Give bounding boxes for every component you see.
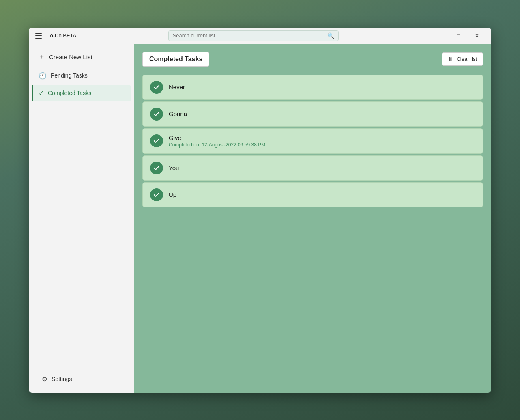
search-area: 🔍 <box>76 30 430 41</box>
sidebar: ＋ Create New List 🕐 Pending Tasks ✓ Comp… <box>29 44 134 393</box>
task-item: Gonna <box>142 101 483 127</box>
close-button[interactable]: ✕ <box>468 28 486 44</box>
search-input[interactable] <box>173 32 324 39</box>
task-name: Up <box>169 191 176 198</box>
settings-icon: ⚙ <box>42 375 47 383</box>
task-name: Give <box>169 134 265 141</box>
task-name: Never <box>169 84 185 90</box>
clock-icon: 🕐 <box>39 72 47 80</box>
task-list: NeverGonnaGiveCompleted on: 12-August-20… <box>142 75 483 207</box>
main-header: Completed Tasks 🗑 Clear list <box>142 52 483 67</box>
task-check-button[interactable] <box>150 134 163 147</box>
sidebar-item-completed[interactable]: ✓ Completed Tasks <box>32 85 131 101</box>
create-new-list-button[interactable]: ＋ Create New List <box>32 48 131 66</box>
page-title: Completed Tasks <box>142 52 209 67</box>
app-title: To-Do BETA <box>47 32 76 39</box>
completed-tasks-label: Completed Tasks <box>48 90 91 96</box>
plus-icon: ＋ <box>39 53 45 61</box>
trash-icon: 🗑 <box>448 56 453 62</box>
settings-label: Settings <box>52 376 72 382</box>
hamburger-menu-icon[interactable] <box>34 31 43 40</box>
sidebar-bottom: ⚙ Settings <box>29 366 134 393</box>
task-completed-on: Completed on: 12-August-2022 09:59:38 PM <box>169 142 265 148</box>
check-icon: ✓ <box>39 89 44 97</box>
clear-list-button[interactable]: 🗑 Clear list <box>442 52 483 66</box>
task-check-button[interactable] <box>150 108 163 121</box>
task-item: Never <box>142 75 483 100</box>
clear-list-label: Clear list <box>456 56 477 62</box>
sidebar-item-pending[interactable]: 🕐 Pending Tasks <box>32 68 131 84</box>
sidebar-spacer <box>29 102 134 366</box>
active-bar <box>32 85 33 101</box>
title-bar-left: To-Do BETA <box>34 31 76 40</box>
search-box[interactable]: 🔍 <box>168 30 339 41</box>
task-check-button[interactable] <box>150 162 163 174</box>
minimize-button[interactable]: ─ <box>430 28 449 44</box>
task-check-button[interactable] <box>150 81 163 94</box>
task-item: Up <box>142 182 483 207</box>
main-panel: Completed Tasks 🗑 Clear list NeverGonnaG… <box>134 44 491 393</box>
task-item: You <box>142 155 483 181</box>
task-check-button[interactable] <box>150 188 163 201</box>
create-new-label: Create New List <box>49 54 92 60</box>
app-body: ＋ Create New List 🕐 Pending Tasks ✓ Comp… <box>29 44 491 393</box>
pending-tasks-label: Pending Tasks <box>51 72 88 79</box>
task-item: GiveCompleted on: 12-August-2022 09:59:3… <box>142 128 483 154</box>
task-name: You <box>169 164 179 171</box>
title-bar: To-Do BETA 🔍 ─ □ ✕ <box>29 28 491 44</box>
window-controls: ─ □ ✕ <box>430 28 486 44</box>
app-window: To-Do BETA 🔍 ─ □ ✕ ＋ Create New List 🕐 P… <box>29 28 491 393</box>
task-name: Gonna <box>169 110 187 117</box>
settings-button[interactable]: ⚙ Settings <box>35 371 128 387</box>
completed-on-label: Completed on: <box>169 142 200 148</box>
maximize-button[interactable]: □ <box>449 28 468 44</box>
search-icon: 🔍 <box>327 32 334 39</box>
